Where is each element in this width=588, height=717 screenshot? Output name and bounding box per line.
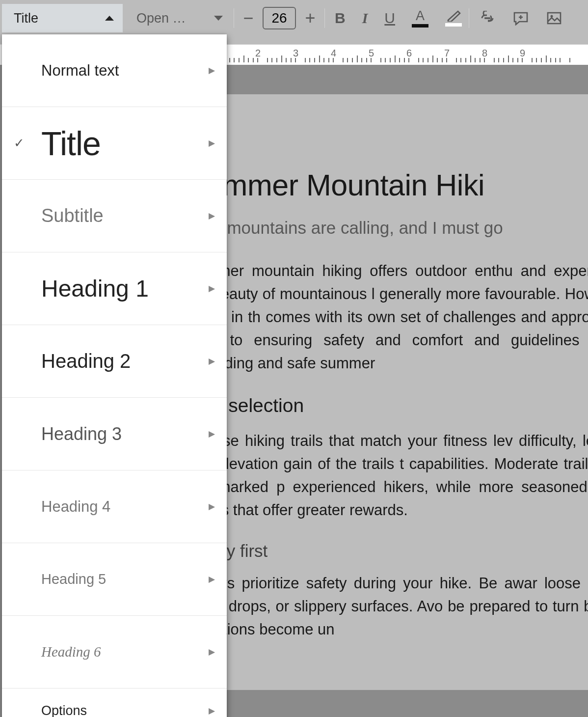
ruler-tick [408, 58, 409, 62]
ruler-tick [257, 58, 258, 62]
ruler-tick [328, 58, 329, 62]
toolbar-separator [324, 8, 325, 28]
ruler-tick [371, 58, 372, 62]
ruler-tick [498, 58, 499, 62]
submenu-arrow-icon: ▶ [209, 211, 215, 221]
insert-link-button[interactable] [479, 11, 496, 26]
menu-item-label: Subtitle [38, 205, 209, 226]
ruler-tick [470, 55, 471, 62]
ruler-number: 8 [482, 48, 487, 59]
font-size-input[interactable] [263, 7, 296, 29]
style-menu-item[interactable]: Heading 3▶ [2, 398, 227, 470]
style-menu-item[interactable]: Heading 2▶ [2, 325, 227, 398]
style-menu-item[interactable]: Normal text▶ [2, 34, 227, 107]
decrease-font-size-button[interactable]: − [241, 8, 256, 28]
svg-point-1 [551, 15, 553, 18]
ruler-tick [390, 58, 391, 62]
underline-button[interactable]: U [384, 10, 395, 27]
bold-button[interactable]: B [335, 10, 346, 27]
style-menu-item[interactable]: Subtitle▶ [2, 180, 227, 252]
style-menu-item[interactable]: Heading 1▶ [2, 252, 227, 325]
horizontal-ruler[interactable]: 123456789 [187, 44, 588, 66]
ruler-tick [347, 58, 348, 62]
font-size-group: − + [241, 7, 318, 29]
ruler-tick [239, 58, 240, 62]
increase-font-size-button[interactable]: + [303, 8, 318, 28]
highlighter-icon [446, 10, 461, 22]
ruler-tick [541, 58, 542, 62]
check-icon: ✓ [14, 136, 38, 151]
paragraph-style-dropdown[interactable]: Title [2, 4, 123, 32]
ruler-tick [385, 58, 386, 62]
chevron-down-icon [214, 16, 223, 21]
menu-item-label: Heading 1 [38, 275, 209, 302]
highlight-color-button[interactable] [445, 10, 462, 27]
insert-image-button[interactable] [546, 11, 562, 26]
ruler-tick [267, 58, 268, 62]
submenu-arrow-icon: ▶ [209, 501, 215, 512]
menu-item-label: Heading 2 [38, 350, 209, 372]
menu-item-label: Normal text [38, 62, 209, 80]
ruler-tick [512, 58, 513, 62]
ruler-tick [380, 58, 381, 62]
ruler-tick [536, 58, 537, 62]
paragraph-style-menu: Normal text▶✓Title▶Subtitle▶Heading 1▶He… [2, 34, 227, 717]
ruler-tick [404, 58, 405, 62]
ruler-tick [357, 55, 358, 62]
ruler-tick [569, 58, 570, 62]
italic-button[interactable]: I [362, 10, 368, 27]
style-options-item[interactable]: Options ▶ [2, 689, 227, 717]
font-family-label: Open … [136, 11, 186, 26]
ruler-tick [395, 55, 396, 62]
chevron-up-icon [105, 16, 114, 21]
ruler-tick [323, 58, 324, 62]
submenu-arrow-icon: ▶ [209, 356, 215, 366]
style-menu-item[interactable]: Heading 6▶ [2, 616, 227, 689]
ruler-tick [248, 58, 249, 62]
submenu-arrow-icon: ▶ [209, 574, 215, 584]
ruler-tick [484, 58, 485, 62]
menu-item-label: Title [38, 124, 209, 163]
menu-item-label: Heading 4 [38, 498, 209, 516]
add-comment-button[interactable] [512, 11, 529, 26]
ruler-tick [480, 58, 481, 62]
ruler-number: 5 [369, 48, 374, 59]
ruler-tick [465, 58, 466, 62]
ruler-number: 7 [444, 48, 450, 59]
ruler-tick [229, 58, 230, 62]
image-icon [546, 11, 562, 26]
ruler-tick [522, 58, 523, 62]
ruler-tick [309, 58, 310, 62]
ruler-tick [276, 58, 277, 62]
formatting-toolbar: Title Open … − + B I U A [2, 4, 588, 32]
ruler-tick [503, 58, 504, 62]
ruler-tick [295, 58, 296, 62]
ruler-tick [366, 58, 367, 62]
ruler-tick [555, 58, 556, 62]
ruler-tick [253, 58, 254, 62]
submenu-arrow-icon: ▶ [209, 647, 215, 657]
ruler-tick [361, 58, 362, 62]
link-icon [479, 11, 496, 26]
ruler-tick [399, 58, 400, 62]
ruler-tick [442, 58, 443, 62]
ruler-tick [343, 58, 344, 62]
ruler-tick [560, 58, 561, 62]
ruler-tick [305, 58, 306, 62]
ruler-tick [494, 58, 495, 62]
ruler-tick [546, 55, 547, 62]
text-color-button[interactable]: A [412, 9, 428, 28]
submenu-arrow-icon: ▶ [209, 283, 215, 294]
style-menu-item[interactable]: Heading 4▶ [2, 470, 227, 543]
style-menu-item[interactable]: ✓Title▶ [2, 107, 227, 180]
ruler-tick [314, 58, 315, 62]
toolbar-separator [234, 8, 234, 28]
ruler-tick [460, 58, 461, 62]
ruler-tick [532, 58, 533, 62]
menu-item-label: Heading 3 [38, 424, 209, 444]
style-menu-item[interactable]: Heading 5▶ [2, 543, 227, 616]
ruler-tick [234, 58, 235, 62]
ruler-tick [291, 58, 292, 62]
menu-item-label: Options [38, 703, 209, 717]
font-family-dropdown[interactable]: Open … [133, 4, 227, 32]
